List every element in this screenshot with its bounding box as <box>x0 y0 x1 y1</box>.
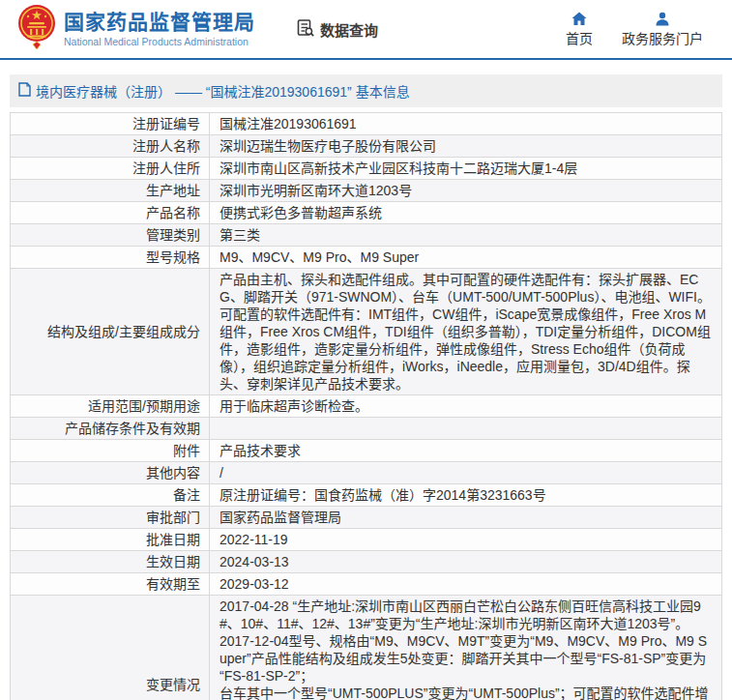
table-row: 注册人住所深圳市南山区高新技术产业园区科技南十二路迈瑞大厦1-4层 <box>11 158 722 180</box>
table-row: 备注原注册证编号：国食药监械（准）字2014第3231663号 <box>11 484 722 507</box>
row-label: 审批部门 <box>11 507 210 529</box>
table-row: 生效日期2024-03-13 <box>11 551 722 573</box>
row-value: 第三类 <box>210 224 722 247</box>
row-value: M9、M9CV、M9 Pro、M9 Super <box>210 247 722 269</box>
header-nav: 首页 政务服务门户 <box>566 12 717 47</box>
page-title-bar: 境内医疗器械（注册） —— “国械注准20193061691” 基本信息 <box>10 74 722 107</box>
table-row: 管理类别第三类 <box>11 224 722 247</box>
table-row: 附件产品技术要求 <box>11 440 722 462</box>
row-value: 原注册证编号：国食药监械（准）字2014第3231663号 <box>210 484 722 507</box>
table-row: 变更情况2017-04-28 “生产地址:深圳市南山区西丽白芒松白公路东侧百旺信… <box>11 596 722 700</box>
user-icon <box>655 12 670 26</box>
row-value: 产品技术要求 <box>210 440 722 462</box>
row-label: 产品储存条件及有效期 <box>11 418 210 440</box>
row-value: 2024-03-13 <box>210 551 722 573</box>
row-value: 深圳迈瑞生物医疗电子股份有限公司 <box>210 135 722 158</box>
table-row: 适用范围/预期用途用于临床超声诊断检查。 <box>11 395 722 418</box>
registration-info-table: 注册证编号国械注准20193061691注册人名称深圳迈瑞生物医疗电子股份有限公… <box>10 112 722 700</box>
table-row: 产品名称便携式彩色多普勒超声系统 <box>11 202 722 224</box>
row-label: 管理类别 <box>11 224 210 247</box>
table-row: 注册人名称深圳迈瑞生物医疗电子股份有限公司 <box>11 135 722 158</box>
row-value: 国械注准20193061691 <box>210 113 722 135</box>
site-subtitle: National Medical Products Administration <box>64 36 255 47</box>
site-header: 国家药品监督管理局 National Medical Products Admi… <box>0 0 732 60</box>
row-value: 2022-11-19 <box>210 529 722 551</box>
table-row: 其他内容/ <box>11 462 722 484</box>
row-label: 型号规格 <box>11 247 210 269</box>
row-label: 变更情况 <box>11 596 210 700</box>
row-value: 产品由主机、探头和选配件组成。其中可配置的硬件选配件有：探头扩展器、ECG、脚踏… <box>210 269 722 395</box>
row-value: 深圳市南山区高新技术产业园区科技南十二路迈瑞大厦1-4层 <box>210 158 722 180</box>
row-value: / <box>210 462 722 484</box>
table-row: 注册证编号国械注准20193061691 <box>11 113 722 135</box>
row-value: 2017-04-28 “生产地址:深圳市南山区西丽白芒松白公路东侧百旺信高科技工… <box>210 596 722 700</box>
row-label: 注册人名称 <box>11 135 210 158</box>
table-row: 型号规格M9、M9CV、M9 Pro、M9 Super <box>11 247 722 269</box>
row-label: 备注 <box>11 484 210 507</box>
row-label: 有效期至 <box>11 573 210 596</box>
table-row: 生产地址深圳市光明新区南环大道1203号 <box>11 180 722 202</box>
table-row: 产品储存条件及有效期 <box>11 418 722 440</box>
row-value <box>210 418 722 440</box>
nav-item-home[interactable]: 首页 <box>566 12 593 47</box>
row-label: 其他内容 <box>11 462 210 484</box>
row-value: 便携式彩色多普勒超声系统 <box>210 202 722 224</box>
row-value: 2029-03-12 <box>210 573 722 596</box>
row-value: 用于临床超声诊断检查。 <box>210 395 722 418</box>
table-row: 批准日期2022-11-19 <box>11 529 722 551</box>
doc-search-icon <box>296 18 315 41</box>
row-label: 适用范围/预期用途 <box>11 395 210 418</box>
table-row: 审批部门国家药品监督管理局 <box>11 507 722 529</box>
document-icon <box>18 82 31 100</box>
national-emblem-icon <box>17 4 56 54</box>
row-label: 批准日期 <box>11 529 210 551</box>
page-title: 境内医疗器械（注册） —— “国械注准20193061691” 基本信息 <box>36 81 410 101</box>
row-label: 生产地址 <box>11 180 210 202</box>
row-value: 国家药品监督管理局 <box>210 507 722 529</box>
site-title: 国家药品监督管理局 <box>64 11 255 34</box>
info-table-body: 注册证编号国械注准20193061691注册人名称深圳迈瑞生物医疗电子股份有限公… <box>11 113 722 700</box>
row-label: 注册证编号 <box>11 113 210 135</box>
menu-data-query-label: 数据查询 <box>320 19 378 40</box>
row-label: 注册人住所 <box>11 158 210 180</box>
row-label: 结构及组成/主要组成成分 <box>11 269 210 395</box>
table-row: 结构及组成/主要组成成分产品由主机、探头和选配件组成。其中可配置的硬件选配件有：… <box>11 269 722 395</box>
site-logo: 国家药品监督管理局 National Medical Products Admi… <box>17 4 255 54</box>
nav-item-gov-portal-label: 政务服务门户 <box>622 28 703 47</box>
row-label: 附件 <box>11 440 210 462</box>
row-label: 生效日期 <box>11 551 210 573</box>
menu-data-query[interactable]: 数据查询 <box>296 18 378 41</box>
home-icon <box>571 12 587 26</box>
row-value: 深圳市光明新区南环大道1203号 <box>210 180 722 202</box>
nav-item-gov-portal[interactable]: 政务服务门户 <box>622 12 703 47</box>
table-row: 有效期至2029-03-12 <box>11 573 722 596</box>
row-label: 产品名称 <box>11 202 210 224</box>
nav-item-home-label: 首页 <box>566 28 593 47</box>
